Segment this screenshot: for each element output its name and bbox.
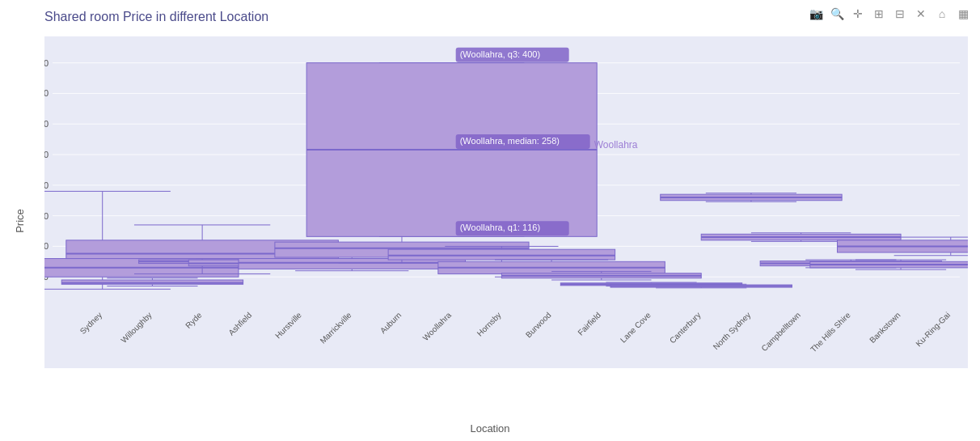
box-plus-icon[interactable]: ⊞ (870, 5, 888, 23)
svg-text:400: 400 (44, 58, 49, 68)
svg-text:(Woollahra, q1: 116): (Woollahra, q1: 116) (460, 223, 540, 232)
zoom-icon[interactable]: 🔍 (828, 5, 846, 23)
svg-text:(Woollahra, q3: 400): (Woollahra, q3: 400) (460, 49, 540, 59)
toolbar: 📷 🔍 ✛ ⊞ ⊟ ✕ ⌂ ▦ (807, 5, 972, 23)
chart-title: Shared room Price in different Location (44, 10, 268, 24)
y-axis-label: Price (14, 209, 26, 233)
svg-text:350: 350 (44, 88, 49, 98)
svg-text:(Woollahra, median: 258): (Woollahra, median: 258) (460, 136, 560, 146)
box-minus-icon[interactable]: ⊟ (891, 5, 909, 23)
chart-container: Shared room Price in different Location … (0, 0, 980, 441)
svg-rect-77 (388, 249, 615, 260)
svg-text:150: 150 (44, 211, 49, 221)
plus-icon[interactable]: ✛ (849, 5, 867, 23)
chart-area: 50100150200250300350400SydneyWilloughbyR… (44, 36, 968, 368)
cross-icon[interactable]: ✕ (912, 5, 930, 23)
svg-text:200: 200 (44, 180, 49, 190)
svg-text:300: 300 (44, 119, 49, 129)
svg-text:250: 250 (44, 150, 49, 159)
camera-icon[interactable]: 📷 (807, 5, 825, 23)
chart-svg: 50100150200250300350400SydneyWilloughbyR… (44, 36, 968, 368)
svg-text:100: 100 (44, 241, 49, 251)
bar-chart-icon[interactable]: ▦ (954, 5, 972, 23)
svg-text:Woollahra: Woollahra (594, 139, 638, 151)
home-icon[interactable]: ⌂ (933, 5, 951, 23)
x-axis-label: Location (470, 422, 509, 435)
